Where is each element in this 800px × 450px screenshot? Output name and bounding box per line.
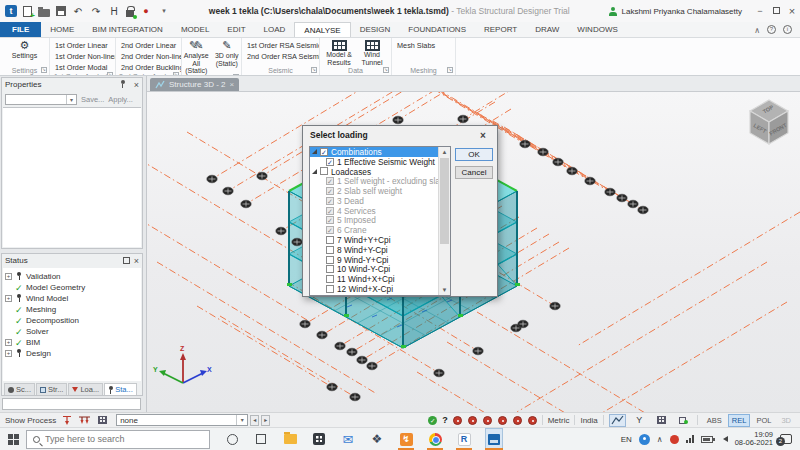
status-item-wind-model[interactable]: +Wind Model	[5, 293, 139, 304]
status-item-design[interactable]: +Design	[5, 348, 139, 359]
grid-bubble[interactable]	[628, 200, 638, 208]
flash-app-icon[interactable]: ↯	[398, 428, 414, 450]
grid-bubble[interactable]	[585, 177, 595, 185]
grid-bubble[interactable]	[327, 383, 337, 391]
dialog-launcher-meshing[interactable]	[447, 67, 453, 73]
ribbon-button-settings[interactable]: ⚙Settings	[3, 39, 47, 65]
network-icon[interactable]	[686, 435, 694, 443]
redo-icon[interactable]: ↷	[90, 5, 102, 17]
search-input[interactable]	[45, 434, 185, 444]
grid-bubble[interactable]	[257, 172, 267, 180]
ribbon-tab-analyse[interactable]: ANALYSE	[294, 22, 350, 37]
status-close-icon[interactable]: ×	[134, 256, 139, 266]
check-status-icon[interactable]	[428, 416, 437, 425]
ribbon-button-2nd-order-linear[interactable]: 2nd Order Linear	[119, 40, 178, 51]
ribbon-tab-bim-integration[interactable]: BIM INTEGRATION	[83, 22, 172, 37]
grid-bubble[interactable]	[347, 348, 357, 356]
grid-bubble[interactable]	[550, 302, 560, 310]
scroll-up-icon[interactable]: ▲	[439, 147, 450, 157]
load-grid-icon[interactable]	[95, 414, 110, 426]
ribbon-button-1st-order-linear[interactable]: 1st Order Linear	[53, 40, 112, 51]
ribbon-tab-load[interactable]: LOAD	[255, 22, 295, 37]
grid-bubble[interactable]	[276, 227, 286, 235]
load-toggle-icon-4[interactable]	[498, 416, 507, 425]
checkbox-11-wind-x-cpi[interactable]	[326, 275, 334, 283]
open-folder-icon[interactable]	[38, 9, 50, 17]
status-item-meshing[interactable]: Meshing	[5, 304, 139, 315]
notification-icon[interactable]: 2	[780, 434, 792, 444]
loading-item-4-services[interactable]: 4 Services	[310, 206, 438, 216]
checkbox-loadcases[interactable]	[320, 167, 328, 175]
grid-bubble[interactable]	[223, 187, 233, 195]
grid-bubble[interactable]	[567, 167, 577, 175]
tray-app-icon[interactable]	[670, 435, 679, 444]
checkbox-1-effective-seismic-weight[interactable]	[326, 158, 334, 166]
collapse-ribbon-icon[interactable]	[754, 25, 760, 35]
dialog-launcher-seismic[interactable]	[311, 67, 317, 73]
save-preset-link[interactable]: Save...	[81, 95, 104, 104]
ribbon-button-analyse-all-static[interactable]: ✎✎Analyse All (Static)	[182, 39, 211, 75]
ribbon-tab-home[interactable]: HOME	[41, 22, 83, 37]
loading-item-7-wind-y-cpi[interactable]: 7 Wind+Y+Cpi	[310, 235, 438, 245]
scrollbar[interactable]: ▲ ▼	[438, 147, 450, 295]
checkbox-10-wind-y-cpi[interactable]	[326, 265, 334, 273]
toggle-pol[interactable]: POL	[752, 414, 775, 427]
grid-bubble[interactable]	[393, 116, 403, 124]
dialog-launcher-data[interactable]	[383, 67, 389, 73]
grid-bubble[interactable]	[292, 238, 302, 246]
checkbox-13-wind-x-cpi[interactable]	[326, 295, 334, 296]
ribbon-tab-draw[interactable]: DRAW	[526, 22, 568, 37]
account-tray-icon[interactable]	[639, 434, 650, 445]
loading-item-1-effective-seismic-weight[interactable]: 1 Effective Seismic Weight	[310, 157, 438, 167]
checkbox-8-wind-y-cpi[interactable]	[326, 246, 334, 254]
ribbon-button-3d-only-static[interactable]: ✎3D only (Static)	[213, 39, 242, 75]
toggle-rel[interactable]: REL	[728, 414, 751, 427]
language-indicator[interactable]: EN	[621, 435, 632, 444]
status-maximize-icon[interactable]	[123, 257, 130, 264]
country-label[interactable]: India	[580, 416, 597, 425]
load-toggle-icon-5[interactable]	[513, 416, 522, 425]
dialog-launcher-settings[interactable]	[41, 67, 47, 73]
document-close-icon[interactable]: ×	[229, 80, 234, 89]
view-cube[interactable]: TOP LEFT FRONT	[750, 100, 788, 144]
status-item-solver[interactable]: Solver	[5, 326, 139, 337]
info-icon[interactable]: i	[783, 25, 792, 34]
toggle-abs[interactable]: ABS	[703, 414, 726, 427]
loading-item-loadcases[interactable]: Loadcases	[310, 167, 438, 177]
status-item-decomposition[interactable]: Decomposition	[5, 315, 139, 326]
toggle-3d[interactable]: 3D	[777, 414, 795, 427]
status-item-bim[interactable]: +BIM	[5, 337, 139, 348]
panel-tab-str[interactable]: Str...	[36, 383, 67, 395]
loading-item-6-crane[interactable]: 6 Crane	[310, 225, 438, 235]
process-select[interactable]: none ▾	[116, 414, 248, 426]
query-icon[interactable]	[442, 415, 448, 425]
dialog-launcher-analyse[interactable]	[233, 74, 239, 76]
loading-item-9-wind-y-cpi[interactable]: 9 Wind-Y+Cpi	[310, 255, 438, 265]
member-load-icon[interactable]	[77, 414, 92, 426]
loading-item-11-wind-x-cpi[interactable]: 11 Wind+X+Cpi	[310, 274, 438, 284]
load-toggle-icon-1[interactable]	[453, 416, 462, 425]
loading-item-3-dead[interactable]: 3 Dead	[310, 196, 438, 206]
dropbox-icon[interactable]: ❖	[369, 428, 385, 450]
load-toggle-icon-3[interactable]	[483, 416, 492, 425]
loading-item-1-self-weight-excluding-slabs[interactable]: 1 Self weight - excluding slabs	[310, 176, 438, 186]
previous-button[interactable]: ◂	[250, 415, 259, 426]
ribbon-tab-windows[interactable]: WINDOWS	[568, 22, 626, 37]
undo-icon[interactable]: ↶	[72, 5, 84, 17]
dialog-launcher-1st-order-analysis[interactable]	[107, 72, 113, 75]
grid-bubble[interactable]	[350, 393, 360, 401]
minimize-button[interactable]	[752, 0, 768, 22]
document-tab[interactable]: Structure 3D - 2 ×	[150, 78, 239, 91]
load-toggle-icon-6[interactable]	[528, 416, 537, 425]
3d-viewport[interactable]: TOP LEFT FRONT Z X Y Select loading × Co…	[147, 92, 800, 412]
panel-tab-sc[interactable]: Sc...	[4, 383, 35, 395]
ribbon-button-2nd-order-non-linear[interactable]: 2nd Order Non-linear	[119, 51, 178, 62]
loading-item-13-wind-x-cpi[interactable]: 13 Wind-X+Cpi	[310, 294, 438, 296]
tray-expand-icon[interactable]	[657, 435, 663, 444]
ribbon-button-model-results[interactable]: Model & Results	[324, 39, 355, 66]
dialog-title-bar[interactable]: Select loading ×	[303, 126, 497, 144]
checkbox-combinations[interactable]	[320, 148, 328, 156]
status-item-model-geometry[interactable]: Model Geometry	[5, 282, 139, 293]
grid-bubble[interactable]	[335, 342, 345, 350]
store-icon[interactable]	[311, 428, 327, 450]
